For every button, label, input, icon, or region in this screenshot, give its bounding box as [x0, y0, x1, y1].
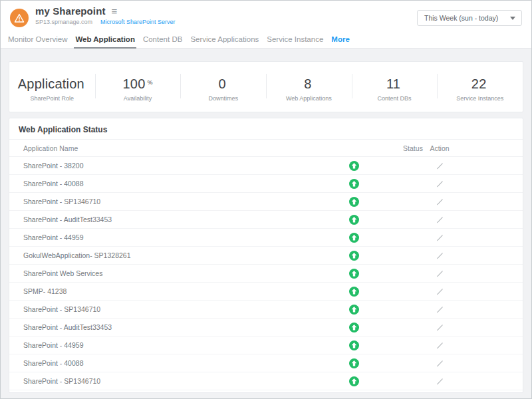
stat-unit: %	[147, 79, 152, 86]
app-window: my Sharepoint ≡ SP13.spmanage.com Micros…	[0, 0, 532, 399]
warning-triangle-icon	[14, 13, 25, 23]
arrow-up-circle-icon	[349, 233, 359, 243]
edit-action-button[interactable]	[436, 341, 444, 350]
hamburger-menu-icon[interactable]: ≡	[112, 6, 118, 16]
summary-stat: 100% Availability	[95, 62, 181, 112]
status-cell	[340, 251, 367, 261]
pencil-icon	[436, 233, 444, 242]
edit-action-button[interactable]	[436, 323, 444, 332]
status-cell	[340, 197, 367, 207]
column-header-action: Action	[426, 144, 453, 152]
arrow-up-circle-icon	[349, 358, 359, 368]
arrow-up-circle-icon	[349, 197, 359, 207]
edit-action-button[interactable]	[436, 359, 444, 368]
table-row: SharePoint - AuditTest33453	[9, 319, 523, 336]
arrow-up-circle-icon	[349, 340, 359, 350]
edit-action-button[interactable]	[436, 180, 444, 188]
stat-label: Web Applications	[266, 95, 352, 102]
action-cell	[426, 180, 453, 188]
pencil-icon	[436, 269, 444, 278]
stat-value: 0	[219, 76, 226, 91]
application-name: GokulWebApplication- SP1328261	[9, 251, 340, 259]
tab-service-instance[interactable]: Service Instance	[263, 33, 327, 48]
server-type-link[interactable]: Microsoft SharePoint Server	[100, 19, 176, 25]
edit-action-button[interactable]	[436, 198, 444, 206]
action-cell	[426, 305, 453, 314]
pencil-icon	[436, 377, 444, 386]
table-row: SharePoint - SP1346710	[9, 301, 523, 319]
application-name: SharePoint - AuditTest33453	[9, 323, 340, 331]
application-name: SharePoint Web Services	[9, 269, 340, 277]
table-row: SharePoint - SP1346710	[9, 193, 523, 211]
table-row: SPMP- 41238	[9, 283, 523, 301]
arrow-up-circle-icon	[349, 323, 359, 332]
application-name: SharePoint - 44959	[9, 341, 340, 349]
edit-action-button[interactable]	[436, 377, 444, 386]
edit-action-button[interactable]	[436, 251, 444, 260]
pencil-icon	[436, 341, 444, 350]
arrow-up-circle-icon	[349, 287, 359, 297]
table-row: SharePoint - 44959	[9, 336, 523, 354]
action-cell	[426, 287, 453, 296]
header: my Sharepoint ≡ SP13.spmanage.com Micros…	[1, 1, 531, 33]
pencil-icon	[436, 162, 444, 170]
summary-stat: 8 Web Applications	[266, 62, 352, 112]
pencil-icon	[436, 198, 444, 206]
column-header-status: Status	[400, 144, 426, 152]
stat-value: 11	[386, 76, 400, 91]
application-name: SharePoint - 40088	[9, 180, 340, 188]
pencil-icon	[436, 180, 444, 188]
tab-web-application[interactable]: Web Application	[71, 33, 138, 48]
edit-action-button[interactable]	[436, 215, 444, 224]
edit-action-button[interactable]	[436, 162, 444, 170]
application-name: SharePoint - 40088	[9, 359, 340, 367]
tab-more[interactable]: More	[327, 33, 353, 48]
stat-value: 8	[304, 76, 311, 91]
edit-action-button[interactable]	[436, 305, 444, 314]
summary-stat: 11 Content DBs	[352, 62, 438, 112]
pencil-icon	[436, 305, 444, 314]
status-cell	[340, 161, 367, 171]
arrow-up-circle-icon	[349, 161, 359, 171]
monitor-host: SP13.spmanage.com	[35, 19, 92, 25]
application-name: SharePoint - AuditTest33453	[9, 215, 340, 223]
table-row: SharePoint - 38200	[9, 157, 523, 175]
stat-label: Content DBs	[352, 95, 438, 102]
action-cell	[426, 359, 453, 368]
tab-monitor-overview[interactable]: Monitor Overview	[4, 33, 71, 48]
pencil-icon	[436, 323, 444, 332]
pencil-icon	[436, 359, 444, 368]
chevron-down-icon	[510, 17, 515, 20]
tab-content-db[interactable]: Content DB	[139, 33, 186, 48]
stat-value: 100	[123, 76, 146, 91]
application-name: SharePoint - SP1346710	[9, 198, 340, 205]
status-cell	[340, 376, 367, 386]
summary-stat: 0 Downtimes	[180, 62, 266, 112]
table-header-row: Application Name Status Action	[9, 140, 523, 157]
status-cell	[340, 215, 367, 225]
edit-action-button[interactable]	[436, 287, 444, 296]
edit-action-button[interactable]	[436, 269, 444, 278]
tab-bar: Monitor Overview Web Application Content…	[1, 33, 531, 49]
action-cell	[426, 198, 453, 206]
status-cell	[340, 358, 367, 368]
arrow-up-circle-icon	[349, 215, 359, 225]
arrow-up-circle-icon	[349, 251, 359, 261]
arrow-up-circle-icon	[349, 376, 359, 386]
action-cell	[426, 162, 453, 170]
table-row: SharePoint - 40088	[9, 354, 523, 372]
action-cell	[426, 323, 453, 332]
action-cell	[426, 251, 453, 260]
stat-value: Application	[18, 76, 84, 91]
period-dropdown[interactable]: This Week (sun - today)	[417, 10, 522, 26]
edit-action-button[interactable]	[436, 233, 444, 242]
action-cell	[426, 233, 453, 242]
action-cell	[426, 215, 453, 224]
table-row: SharePoint - 44959	[9, 229, 523, 247]
summary-stat: Application SharePoint Role	[9, 62, 95, 112]
tab-service-applications[interactable]: Service Applications	[186, 33, 263, 48]
monitor-title-block: my Sharepoint ≡ SP13.spmanage.com Micros…	[35, 5, 176, 25]
status-cell	[340, 287, 367, 297]
application-name: SharePoint - 38200	[9, 162, 340, 170]
status-cell	[340, 323, 367, 332]
